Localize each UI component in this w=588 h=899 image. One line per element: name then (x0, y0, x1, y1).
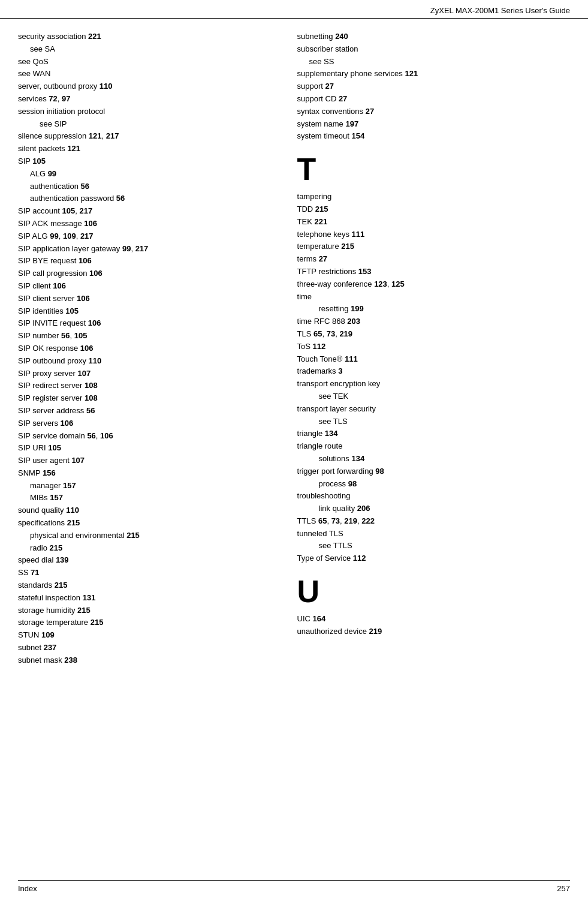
right-column: subnetting 240subscriber stationsee SSsu… (285, 31, 570, 667)
list-item: Touch Tone® 111 (297, 353, 570, 366)
list-item: SIP proxy server 107 (18, 368, 273, 380)
list-item: system name 197 (297, 118, 570, 131)
list-item: SIP BYE request 106 (18, 255, 273, 267)
list-item: system timeout 154 (297, 130, 570, 143)
list-item: authentication 56 (18, 181, 273, 193)
list-item: MIBs 157 (18, 492, 273, 504)
list-item: ALG 99 (18, 168, 273, 181)
list-item: security association 221 (18, 31, 273, 43)
list-item: TFTP restrictions 153 (297, 266, 570, 278)
list-item: silent packets 121 (18, 143, 273, 155)
list-item: physical and environmental 215 (18, 530, 273, 542)
list-item: tampering (297, 191, 570, 203)
list-item: SIP servers 106 (18, 417, 273, 430)
list-item: SIP INVITE request 106 (18, 317, 273, 330)
list-item: sound quality 110 (18, 504, 273, 517)
list-item: silence suppression 121, 217 (18, 130, 273, 143)
list-item: triangle 134 (297, 428, 570, 440)
list-item: subnet mask 238 (18, 654, 273, 667)
list-item: SIP client server 106 (18, 293, 273, 305)
list-item: radio 215 (18, 542, 273, 555)
list-item: subscriber station (297, 43, 570, 56)
list-item: TEK 221 (297, 216, 570, 228)
page-header: ZyXEL MAX-200M1 Series User's Guide (0, 0, 588, 19)
list-item: standards 215 (18, 579, 273, 592)
list-item: troubleshooting (297, 490, 570, 503)
list-item: resetting 199 (297, 303, 570, 315)
list-item: support 27 (297, 80, 570, 93)
list-item: SIP user agent 107 (18, 455, 273, 467)
list-item: storage humidity 215 (18, 605, 273, 617)
list-item: support CD 27 (297, 93, 570, 106)
list-item: TLS 65, 73, 219 (297, 328, 570, 341)
list-item: terms 27 (297, 253, 570, 266)
list-item: unauthorized device 219 (297, 626, 570, 638)
list-item: Type of Service 112 (297, 552, 570, 565)
page-footer: Index 257 (18, 880, 570, 893)
list-item: solutions 134 (297, 453, 570, 465)
section-letter: T (297, 154, 570, 185)
list-item: process 98 (297, 478, 570, 491)
list-item: see SA (18, 43, 273, 56)
list-item: time (297, 291, 570, 303)
list-item: SIP account 105, 217 (18, 205, 273, 218)
list-item: server, outbound proxy 110 (18, 80, 273, 93)
list-item: stateful inspection 131 (18, 592, 273, 605)
footer-right: 257 (557, 884, 570, 893)
list-item: triangle route (297, 440, 570, 453)
left-column: security association 221see SAsee QoSsee… (18, 31, 285, 667)
list-item: see QoS (18, 56, 273, 68)
list-item: see TLS (297, 416, 570, 428)
list-item: time RFC 868 203 (297, 315, 570, 328)
list-item: link quality 206 (297, 503, 570, 515)
list-item: STUN 109 (18, 629, 273, 642)
list-item: specifications 215 (18, 517, 273, 530)
list-item: session initiation protocol (18, 106, 273, 118)
list-item: see TTLS (297, 540, 570, 552)
list-item: UIC 164 (297, 613, 570, 626)
list-item: trigger port forwarding 98 (297, 465, 570, 478)
list-item: syntax conventions 27 (297, 106, 570, 118)
list-item: authentication password 56 (18, 193, 273, 205)
list-item: SIP identities 105 (18, 305, 273, 318)
list-item: SIP OK response 106 (18, 342, 273, 355)
list-item: SIP register server 108 (18, 392, 273, 405)
list-item: see SIP (18, 118, 273, 131)
list-item: SIP application layer gateway 99, 217 (18, 243, 273, 255)
list-item: SIP call progression 106 (18, 267, 273, 280)
header-title: ZyXEL MAX-200M1 Series User's Guide (430, 6, 570, 15)
list-item: SIP service domain 56, 106 (18, 430, 273, 443)
list-item: ToS 112 (297, 341, 570, 353)
list-item: services 72, 97 (18, 93, 273, 106)
list-item: transport encryption key (297, 378, 570, 390)
footer-left: Index (18, 884, 37, 893)
list-item: subnetting 240 (297, 31, 570, 43)
list-item: speed dial 139 (18, 554, 273, 567)
list-item: transport layer security (297, 403, 570, 416)
list-item: tunneled TLS (297, 528, 570, 540)
list-item: see TEK (297, 390, 570, 403)
list-item: TDD 215 (297, 203, 570, 216)
list-item: temperature 215 (297, 240, 570, 253)
section-letter: U (297, 576, 570, 607)
list-item: SIP server address 56 (18, 405, 273, 417)
list-item: SIP redirect server 108 (18, 380, 273, 392)
list-item: SIP ACK message 106 (18, 218, 273, 230)
list-item: SIP 105 (18, 155, 273, 168)
list-item: subnet 237 (18, 642, 273, 654)
list-item: TTLS 65, 73, 219, 222 (297, 515, 570, 528)
list-item: SNMP 156 (18, 467, 273, 480)
list-item: trademarks 3 (297, 365, 570, 378)
list-item: SIP URI 105 (18, 442, 273, 455)
list-item: SIP ALG 99, 109, 217 (18, 230, 273, 243)
list-item: see SS (297, 56, 570, 68)
list-item: SIP number 56, 105 (18, 330, 273, 342)
list-item: SIP outbound proxy 110 (18, 355, 273, 368)
list-item: manager 157 (18, 480, 273, 492)
list-item: SS 71 (18, 567, 273, 579)
list-item: telephone keys 111 (297, 228, 570, 241)
list-item: supplementary phone services 121 (297, 68, 570, 80)
list-item: storage temperature 215 (18, 617, 273, 629)
list-item: three-way conference 123, 125 (297, 278, 570, 291)
list-item: SIP client 106 (18, 280, 273, 293)
